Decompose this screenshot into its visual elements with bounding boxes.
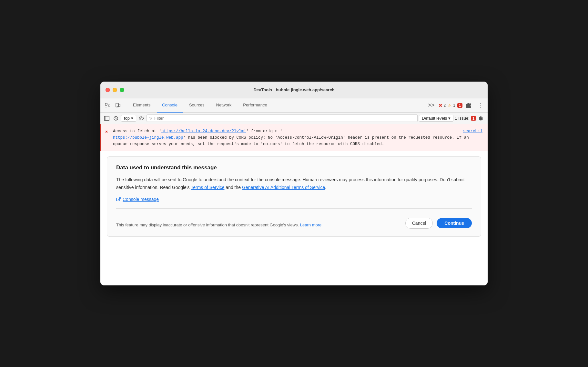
warning-icon: ⚠ [448,103,452,108]
filter-bar: ▽ [147,114,418,122]
svg-point-3 [117,106,117,107]
tab-sources[interactable]: Sources [184,98,210,113]
minimize-button[interactable] [113,88,117,92]
filter-icon: ▽ [149,116,152,121]
terms-of-service-link[interactable]: Terms of Service [191,185,224,190]
info-badge-group: 1 [457,103,462,108]
cancel-button[interactable]: Cancel [405,218,433,229]
chevron-down-icon-levels: ▾ [448,116,451,121]
maximize-button[interactable] [120,88,124,92]
inspector-icon-button[interactable] [103,101,112,110]
sidebar-toggle-button[interactable] [103,114,111,122]
console-message-link[interactable]: Console message [123,197,159,202]
settings-icon-button[interactable] [464,101,473,110]
issue-badge: 1 [471,116,476,121]
toolbar-separator [125,102,125,109]
console-settings-button[interactable] [477,114,485,122]
error-count: 2 [444,103,446,108]
main-toolbar: Elements Console Sources Network Perform… [100,98,488,113]
svg-point-8 [141,118,142,119]
tab-network[interactable]: Network [211,98,237,113]
svg-rect-2 [119,104,120,107]
warning-badge-group: ⚠ 1 [448,103,455,108]
chevron-down-icon: ▾ [131,116,133,121]
titlebar: DevTools - bubble-jingle.web.app/search [100,82,488,98]
origin-link[interactable]: https://bubble-jingle.web.app [113,135,183,140]
svg-line-7 [115,117,117,120]
device-toolbar-icon-button[interactable] [113,101,122,110]
card-actions: Cancel Continue [405,218,472,229]
error-circle-icon: ✖ [105,128,108,135]
error-message: ✖ Access to fetch at 'https://hello-io-2… [100,124,488,151]
devtools-window: DevTools - bubble-jingle.web.app/search … [100,82,488,285]
error-text-mid: ' from origin ' [246,129,283,134]
svg-rect-4 [105,116,109,120]
warning-count: 1 [453,103,455,108]
error-icon: ✖ [439,103,442,108]
data-card-title: Data used to understand this message [116,164,472,171]
window-title: DevTools - bubble-jingle.web.app/search [253,87,334,92]
console-message-link-container[interactable]: Console message [116,197,472,202]
disclaimer: This feature may display inaccurate or o… [116,208,472,229]
info-badge: 1 [457,103,462,108]
filter-input[interactable] [154,116,415,121]
ai-terms-link[interactable]: Generative AI Additional Terms of Servic… [242,185,325,190]
fetch-url-link[interactable]: https://hello-io-24.deno.dev/?lvl=1 [161,129,246,134]
external-link-icon [116,197,121,202]
default-levels-selector[interactable]: Default levels ▾ [419,115,453,122]
context-selector[interactable]: top ▾ [121,115,136,122]
data-card: Data used to understand this message The… [107,156,481,237]
learn-more-link[interactable]: Learn more [300,223,321,227]
clear-console-button[interactable] [112,114,120,122]
tab-console[interactable]: Console [157,98,183,113]
tab-elements[interactable]: Elements [128,98,156,113]
tab-performance[interactable]: Performance [238,98,272,113]
error-text-before: Access to fetch at ' [113,129,161,134]
continue-button[interactable]: Continue [437,218,472,228]
toolbar-right: >> ✖ 2 ⚠ 1 1 ⋮ [426,101,485,110]
traffic-lights [106,88,124,92]
console-toolbar: top ▾ ▽ Default levels ▾ 1 Issue: 1 [100,113,488,124]
overflow-menu-button[interactable]: ⋮ [475,101,485,110]
console-content: ✖ Access to fetch at 'https://hello-io-2… [100,124,488,285]
more-tabs-button[interactable]: >> [426,101,436,109]
eye-icon-button[interactable] [137,114,145,122]
close-button[interactable] [106,88,110,92]
data-card-body: The following data will be sent to Googl… [116,176,472,192]
error-badge-group: ✖ 2 [439,103,446,108]
svg-rect-0 [105,103,107,105]
issue-count-container: 1 Issue: 1 [455,116,476,121]
source-link[interactable]: search:1 [463,128,482,134]
